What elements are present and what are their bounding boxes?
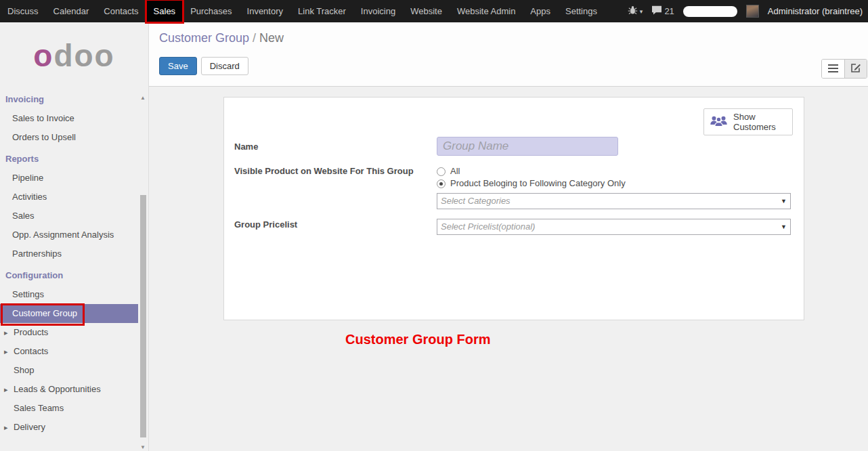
action-buttons: Save Discard bbox=[159, 57, 868, 75]
sidebar-section-configuration: Configuration bbox=[0, 263, 148, 285]
menu-inventory[interactable]: Inventory bbox=[240, 0, 290, 22]
menu-link-tracker[interactable]: Link Tracker bbox=[290, 0, 353, 22]
avatar bbox=[746, 5, 759, 18]
radio-unchecked-icon bbox=[437, 167, 446, 176]
radio-all-label: All bbox=[450, 165, 460, 177]
messages-menu[interactable]: 21 bbox=[651, 5, 674, 17]
breadcrumb-current: New bbox=[259, 31, 284, 45]
menu-contacts[interactable]: Contacts bbox=[96, 0, 146, 22]
customer-group-form: Show Customers Name Visible Product on W… bbox=[223, 97, 804, 320]
sidebar-item-sales[interactable]: Sales bbox=[0, 207, 138, 226]
menu-apps[interactable]: Apps bbox=[523, 0, 558, 22]
sidebar-item-customer-group[interactable]: Customer Group bbox=[0, 304, 138, 323]
menu-website-admin[interactable]: Website Admin bbox=[450, 0, 523, 22]
menu-discuss[interactable]: Discuss bbox=[0, 0, 46, 22]
menu-settings[interactable]: Settings bbox=[558, 0, 605, 22]
visible-product-label: Visible Product on Website For This Grou… bbox=[234, 165, 427, 177]
group-pricelist-label: Group Pricelist bbox=[234, 219, 427, 230]
sidebar-item-partnerships[interactable]: Partnerships bbox=[0, 244, 138, 263]
radio-checked-icon bbox=[437, 179, 446, 188]
show-customers-label: Show Customers bbox=[733, 112, 787, 132]
radio-all[interactable]: All bbox=[437, 165, 791, 177]
pricelist-placeholder: Select Pricelist(optional) bbox=[441, 221, 535, 232]
menu-invoicing[interactable]: Invoicing bbox=[353, 0, 403, 22]
sidebar-item-contacts[interactable]: Contacts bbox=[0, 342, 138, 361]
group-name-input[interactable] bbox=[437, 137, 618, 156]
sidebar-item-pipeline[interactable]: Pipeline bbox=[0, 169, 138, 188]
odoo-logo: odoo bbox=[0, 40, 148, 71]
name-label: Name bbox=[234, 141, 427, 152]
main-area: Customer Group/New Save Discard bbox=[149, 22, 868, 451]
pricelist-select[interactable]: Select Pricelist(optional) ▼ bbox=[437, 219, 791, 235]
breadcrumb: Customer Group/New bbox=[159, 31, 868, 45]
scrollbar-thumb[interactable] bbox=[140, 195, 146, 437]
view-switcher bbox=[821, 59, 867, 79]
sidebar-item-leads-opportunities[interactable]: Leads & Opportunities bbox=[0, 380, 138, 399]
list-icon bbox=[828, 63, 838, 75]
sidebar-item-sales-teams[interactable]: Sales Teams bbox=[0, 399, 138, 418]
menu-website[interactable]: Website bbox=[403, 0, 450, 22]
sidebar-item-sales-to-invoice[interactable]: Sales to Invoice bbox=[0, 109, 138, 128]
caret-down-icon: ▼ bbox=[781, 194, 787, 209]
save-button[interactable]: Save bbox=[159, 57, 197, 75]
caret-down-icon: ▾ bbox=[640, 8, 643, 15]
radio-category-label: Product Beloging to Following Category O… bbox=[450, 177, 626, 190]
menu-calendar[interactable]: Calendar bbox=[46, 0, 97, 22]
caret-down-icon: ▼ bbox=[781, 219, 787, 234]
sidebar-item-opp-assignment-analysis[interactable]: Opp. Assignment Analysis bbox=[0, 226, 138, 244]
sidebar-item-settings[interactable]: Settings bbox=[0, 285, 138, 304]
sidebar-item-orders-to-upsell[interactable]: Orders to Upsell bbox=[0, 128, 138, 147]
user-menu[interactable]: Administrator (braintree) bbox=[768, 6, 863, 16]
menu-purchases[interactable]: Purchases bbox=[183, 0, 239, 22]
breadcrumb-separator: / bbox=[253, 31, 256, 45]
categories-select[interactable]: Select Categories ▼ bbox=[437, 193, 791, 209]
sidebar-item-shop[interactable]: Shop bbox=[0, 361, 138, 380]
app-sidebar: odoo Invoicing Sales to Invoice Orders t… bbox=[0, 22, 149, 451]
messages-count: 21 bbox=[664, 6, 674, 16]
content-area: Show Customers Name Visible Product on W… bbox=[149, 87, 868, 451]
menu-sales[interactable]: Sales bbox=[146, 0, 183, 22]
sidebar-item-products[interactable]: Products bbox=[0, 323, 138, 342]
form-fields: Name Visible Product on Website For This… bbox=[234, 137, 791, 235]
sidebar-section-invoicing: Invoicing bbox=[0, 87, 148, 109]
people-icon bbox=[710, 114, 728, 130]
sidebar-menu: Invoicing Sales to Invoice Orders to Ups… bbox=[0, 87, 148, 437]
debug-menu[interactable]: ▾ bbox=[628, 5, 643, 17]
radio-category-only[interactable]: Product Beloging to Following Category O… bbox=[437, 177, 791, 190]
list-view-button[interactable] bbox=[822, 60, 844, 78]
sidebar-section-reports: Reports bbox=[0, 147, 148, 169]
annotation-caption: Customer Group Form bbox=[345, 332, 490, 347]
top-navbar: Discuss Calendar Contacts Sales Purchase… bbox=[0, 0, 868, 22]
scroll-up-icon[interactable]: ▲ bbox=[140, 95, 146, 101]
categories-placeholder: Select Categories bbox=[441, 196, 511, 206]
systray: ▾ 21 Administrator (braintree) bbox=[628, 0, 868, 22]
bug-icon bbox=[628, 5, 638, 17]
breadcrumb-parent[interactable]: Customer Group bbox=[159, 31, 249, 45]
scroll-down-icon[interactable]: ▼ bbox=[140, 444, 146, 450]
sidebar-item-delivery[interactable]: Delivery bbox=[0, 418, 138, 437]
control-panel: Customer Group/New Save Discard bbox=[149, 22, 868, 87]
timer-widget[interactable] bbox=[683, 6, 737, 17]
discard-button[interactable]: Discard bbox=[201, 57, 248, 75]
chat-bubble-icon bbox=[651, 5, 662, 17]
show-customers-button[interactable]: Show Customers bbox=[703, 108, 793, 135]
sidebar-scrollbar[interactable]: ▲ ▼ bbox=[139, 93, 148, 451]
form-view-button[interactable] bbox=[844, 60, 867, 78]
edit-icon bbox=[850, 62, 861, 76]
sidebar-item-activities[interactable]: Activities bbox=[0, 188, 138, 207]
